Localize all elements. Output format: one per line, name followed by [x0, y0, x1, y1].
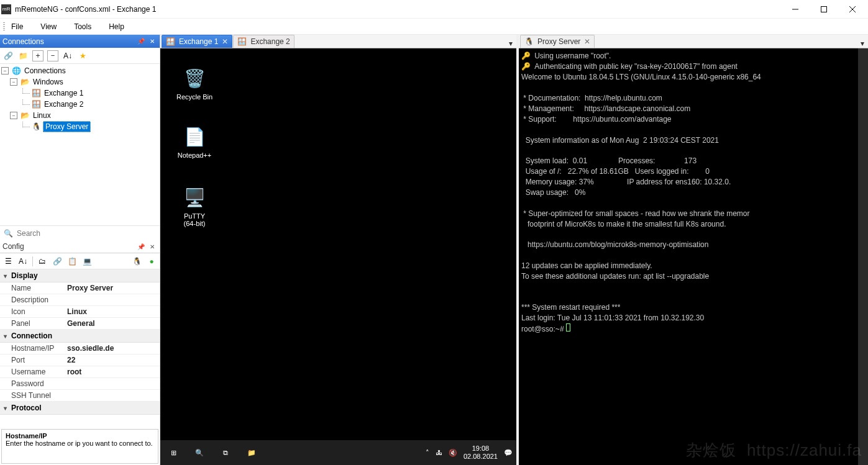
- sort-icon[interactable]: A↓: [62, 50, 73, 61]
- twist-icon[interactable]: −: [1, 67, 9, 74]
- windows-icon: 🪟: [237, 37, 247, 46]
- category-protocol[interactable]: ▾Protocol: [0, 402, 160, 415]
- term-line: https://ubuntu.com/blog/microk8s-memory-…: [521, 240, 708, 249]
- term-line: Memory usage: 37% IP address for ens160:…: [521, 178, 731, 186]
- close-tab-icon[interactable]: ✕: [584, 37, 590, 46]
- connection-tree[interactable]: − 🌐 Connections − 📂 Windows 🪟 Exchange 1…: [0, 64, 160, 225]
- prop-row[interactable]: SSH Tunnel: [0, 390, 160, 402]
- prop-icon[interactable]: 🗂: [37, 256, 48, 267]
- taskview-search-icon[interactable]: 🔍: [186, 440, 212, 465]
- desktop-icon-label: Recycle Bin: [171, 93, 217, 101]
- tree-item-exchange2[interactable]: 🪟 Exchange 2: [1, 99, 158, 110]
- property-grid[interactable]: ▾Display NameProxy Server Description Ic…: [0, 269, 160, 428]
- minimize-button[interactable]: [781, 0, 810, 19]
- term-line: Welcome to Ubuntu 18.04.5 LTS (GNU/Linux…: [521, 73, 761, 81]
- windows-icon: 🪟: [31, 99, 41, 109]
- recycle-bin-icon: 🗑️: [182, 66, 207, 91]
- prop-row[interactable]: Hostname/IPsso.siedle.de: [0, 343, 160, 354]
- search-bar[interactable]: 🔍 Search: [0, 225, 160, 240]
- tree-folder-windows[interactable]: − 📂 Windows: [1, 76, 158, 88]
- terminal-scrollbar[interactable]: [858, 48, 868, 465]
- clock-date: 02.08.2021: [464, 453, 498, 461]
- prop-row[interactable]: PanelGeneral: [0, 318, 160, 330]
- key-icon: 🔑: [521, 51, 530, 61]
- prop-value: Linux: [67, 307, 160, 316]
- term-line: Swap usage: 0%: [521, 188, 585, 197]
- tab-proxyserver[interactable]: 🐧 Proxy Server ✕: [520, 35, 595, 48]
- alphabetical-icon[interactable]: A↓: [17, 256, 29, 267]
- putty-icon: 🖥️: [182, 185, 207, 210]
- tree-folder-linux[interactable]: − 📂 Linux: [1, 110, 158, 121]
- pin-icon[interactable]: 📌: [136, 37, 146, 47]
- tree-line-icon: [22, 122, 30, 127]
- ssh-terminal[interactable]: 🔑 Using username "root". 🔑 Authenticatin…: [519, 48, 868, 465]
- prop-row[interactable]: Password: [0, 378, 160, 390]
- host-icon[interactable]: 💻: [81, 256, 93, 267]
- tab-exchange2[interactable]: 🪟 Exchange 2: [233, 35, 294, 48]
- clock-time: 19:08: [464, 445, 498, 453]
- notifications-icon[interactable]: 💬: [504, 449, 513, 457]
- menu-tools[interactable]: Tools: [71, 21, 94, 32]
- desktop-notepadpp[interactable]: 📄 Notepad++: [171, 124, 217, 159]
- term-line: Using username "root".: [534, 52, 611, 60]
- network-icon[interactable]: 🖧: [436, 449, 442, 456]
- tab-label: Exchange 2: [250, 37, 290, 46]
- term-line: System load: 0.01 Processes: 173: [521, 156, 697, 165]
- category-display[interactable]: ▾Display: [0, 269, 160, 282]
- twist-icon[interactable]: −: [10, 112, 17, 119]
- expand-icon[interactable]: ＋: [32, 50, 43, 61]
- prop-row[interactable]: Description: [0, 294, 160, 306]
- tab-exchange1[interactable]: 🪟 Exchange 1 ✕: [162, 35, 232, 48]
- tree-item-proxyserver[interactable]: 🐧 Proxy Server: [1, 121, 158, 132]
- status-dot-icon: ●: [146, 256, 157, 267]
- twist-icon[interactable]: −: [10, 78, 17, 86]
- volume-mute-icon[interactable]: 🔇: [449, 449, 457, 457]
- term-line: * Management: https://landscape.canonica…: [521, 104, 690, 113]
- linux-icon: 🐧: [524, 37, 534, 46]
- search-placeholder: Search: [17, 229, 40, 238]
- tree-item-exchange1[interactable]: 🪟 Exchange 1: [1, 88, 158, 99]
- window-title: mRemoteNG - confCons.xml - Exchange 1: [15, 5, 156, 14]
- app-icon: mR: [1, 4, 11, 14]
- desktop-recycle-bin[interactable]: 🗑️ Recycle Bin: [171, 66, 217, 101]
- close-panel-icon[interactable]: ✕: [147, 37, 157, 47]
- windows-taskbar[interactable]: ⊞ 🔍 ⧉ 📁 ˄ 🖧 🔇 19:08 02.08.2021 💬: [160, 440, 516, 465]
- desktop-putty[interactable]: 🖥️ PuTTY (64-bit): [171, 185, 217, 227]
- close-button[interactable]: [838, 0, 867, 19]
- defaults-icon[interactable]: 📋: [66, 256, 78, 267]
- taskbar-clock[interactable]: 19:08 02.08.2021: [464, 445, 498, 460]
- explorer-icon[interactable]: 📁: [239, 440, 265, 465]
- prop-row[interactable]: Port22: [0, 354, 160, 366]
- close-panel-icon[interactable]: ✕: [147, 242, 157, 251]
- pin-icon[interactable]: 📌: [136, 242, 146, 251]
- favorite-icon[interactable]: ★: [77, 50, 88, 61]
- prop-value: [67, 379, 160, 388]
- close-tab-icon[interactable]: ✕: [222, 37, 228, 46]
- new-folder-icon[interactable]: 📁: [17, 50, 29, 61]
- prop-row[interactable]: IconLinux: [0, 306, 160, 318]
- term-line: Usage of /: 22.7% of 18.61GB Users logge…: [521, 167, 710, 176]
- new-connection-icon[interactable]: 🔗: [2, 50, 14, 61]
- collapse-icon[interactable]: －: [47, 50, 58, 61]
- notepadpp-icon: 📄: [182, 124, 207, 149]
- tabs-dropdown-icon[interactable]: ▾: [505, 39, 516, 48]
- inherit-icon[interactable]: 🔗: [52, 256, 63, 267]
- menu-view[interactable]: View: [38, 21, 59, 32]
- chevron-up-icon[interactable]: ˄: [426, 449, 429, 457]
- tabs-dropdown-icon[interactable]: ▾: [857, 39, 868, 48]
- maximize-button[interactable]: [810, 0, 838, 19]
- menu-grip-icon: [3, 22, 5, 31]
- category-connection[interactable]: ▾Connection: [0, 330, 160, 343]
- start-button[interactable]: ⊞: [160, 440, 186, 465]
- tree-root[interactable]: − 🌐 Connections: [1, 65, 158, 76]
- categorized-icon[interactable]: ☰: [2, 256, 14, 267]
- menu-file[interactable]: File: [9, 21, 25, 32]
- term-prompt: root@sso:~#: [521, 325, 566, 333]
- linux-icon: 🐧: [131, 256, 142, 267]
- prop-row[interactable]: Usernameroot: [0, 366, 160, 378]
- rdp-desktop[interactable]: 🗑️ Recycle Bin 📄 Notepad++ 🖥️ PuTTY (64-…: [160, 48, 516, 465]
- prop-row[interactable]: NameProxy Server: [0, 282, 160, 294]
- folder-icon: 📂: [20, 111, 30, 120]
- menu-help[interactable]: Help: [106, 21, 127, 32]
- taskview-icon[interactable]: ⧉: [212, 440, 239, 465]
